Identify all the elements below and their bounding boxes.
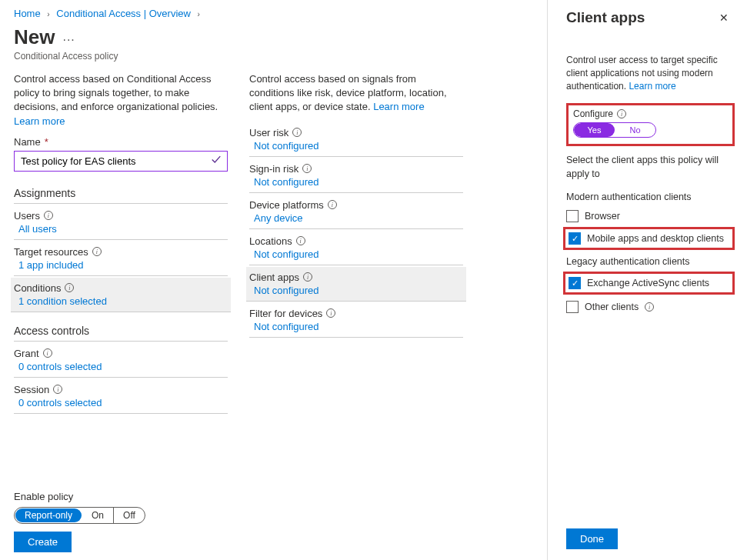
toggle-on[interactable]: On bbox=[82, 508, 114, 523]
client-apps-panel: Client apps ✕ Control user access to tar… bbox=[547, 0, 747, 560]
eas-checkbox-row[interactable]: ✓ Exchange ActiveSync clients bbox=[569, 277, 729, 289]
breadcrumb-home[interactable]: Home bbox=[14, 8, 41, 19]
info-icon: i bbox=[65, 283, 74, 292]
users-item[interactable]: Usersi All users bbox=[14, 205, 228, 240]
info-icon: i bbox=[645, 302, 654, 312]
signin-risk-item[interactable]: Sign-in riski Not configured bbox=[249, 158, 463, 193]
checkbox-checked[interactable]: ✓ bbox=[569, 232, 581, 245]
more-menu-icon[interactable]: ··· bbox=[62, 33, 75, 47]
eas-highlight: ✓ Exchange ActiveSync clients bbox=[563, 272, 735, 295]
breadcrumb: Home › Conditional Access | Overview › bbox=[14, 8, 533, 19]
learn-more-link[interactable]: Learn more bbox=[629, 81, 675, 92]
configure-toggle[interactable]: Yes No bbox=[573, 122, 656, 138]
chevron-right-icon: › bbox=[47, 10, 49, 18]
checkbox-unchecked[interactable] bbox=[566, 210, 579, 222]
policy-name-input[interactable] bbox=[14, 151, 228, 172]
conditions-item[interactable]: Conditionsi 1 condition selected bbox=[11, 278, 231, 312]
learn-more-link[interactable]: Learn more bbox=[14, 115, 65, 127]
info-icon: i bbox=[92, 247, 102, 256]
configure-no[interactable]: No bbox=[615, 123, 655, 137]
checkmark-icon bbox=[211, 155, 222, 168]
name-label: Name * bbox=[14, 136, 228, 148]
assignments-header: Assignments bbox=[14, 187, 228, 204]
checkbox-unchecked[interactable] bbox=[566, 301, 579, 313]
device-platforms-item[interactable]: Device platformsi Any device bbox=[249, 195, 463, 229]
other-clients-checkbox-row[interactable]: Other clients i bbox=[566, 301, 729, 313]
configure-label: Configurei bbox=[573, 108, 728, 119]
breadcrumb-ca[interactable]: Conditional Access | Overview bbox=[56, 8, 191, 19]
panel-description: Control user access to target specific c… bbox=[566, 54, 729, 92]
col2-description: Control access based on signals from con… bbox=[249, 72, 463, 115]
info-icon: i bbox=[617, 109, 626, 118]
info-icon: i bbox=[44, 211, 53, 220]
mobile-highlight: ✓ Mobile apps and desktop clients bbox=[563, 227, 735, 250]
enable-policy-toggle[interactable]: Report-only On Off bbox=[14, 507, 145, 524]
modern-auth-header: Modern authentication clients bbox=[566, 192, 729, 202]
target-resources-item[interactable]: Target resourcesi 1 app included bbox=[14, 242, 228, 276]
locations-item[interactable]: Locationsi Not configured bbox=[249, 231, 463, 265]
configure-highlight: Configurei Yes No bbox=[566, 103, 735, 146]
close-icon[interactable]: ✕ bbox=[719, 12, 729, 24]
toggle-off[interactable]: Off bbox=[114, 508, 145, 523]
create-button[interactable]: Create bbox=[14, 532, 72, 552]
configure-yes[interactable]: Yes bbox=[574, 123, 615, 137]
toggle-report-only[interactable]: Report-only bbox=[15, 508, 82, 522]
client-apps-item[interactable]: Client appsi Not configured bbox=[246, 267, 466, 302]
session-item[interactable]: Sessioni 0 controls selected bbox=[14, 379, 228, 414]
browser-checkbox-row[interactable]: Browser bbox=[566, 210, 729, 222]
info-icon: i bbox=[326, 308, 335, 318]
info-icon: i bbox=[328, 200, 337, 209]
learn-more-link[interactable]: Learn more bbox=[373, 101, 424, 112]
user-risk-item[interactable]: User riski Not configured bbox=[249, 122, 463, 157]
enable-policy-label: Enable policy bbox=[14, 491, 533, 502]
col1-description: Control access based on Conditional Acce… bbox=[14, 72, 228, 128]
info-icon: i bbox=[303, 272, 312, 282]
page-subtitle: Conditional Access policy bbox=[14, 51, 533, 62]
done-button[interactable]: Done bbox=[566, 528, 618, 549]
info-icon: i bbox=[43, 348, 52, 358]
chevron-right-icon: › bbox=[198, 10, 200, 18]
filter-devices-item[interactable]: Filter for devicesi Not configured bbox=[249, 303, 463, 338]
panel-title: Client apps bbox=[566, 9, 645, 26]
info-icon: i bbox=[296, 236, 305, 245]
select-apps-text: Select the client apps this policy will … bbox=[566, 154, 729, 181]
access-controls-header: Access controls bbox=[14, 325, 228, 342]
page-title: New bbox=[14, 25, 55, 49]
legacy-auth-header: Legacy authentication clients bbox=[566, 256, 729, 267]
info-icon: i bbox=[302, 164, 312, 173]
grant-item[interactable]: Granti 0 controls selected bbox=[14, 343, 228, 378]
info-icon: i bbox=[53, 385, 62, 394]
checkbox-checked[interactable]: ✓ bbox=[569, 277, 581, 289]
mobile-checkbox-row[interactable]: ✓ Mobile apps and desktop clients bbox=[569, 232, 729, 245]
info-icon: i bbox=[292, 128, 302, 137]
